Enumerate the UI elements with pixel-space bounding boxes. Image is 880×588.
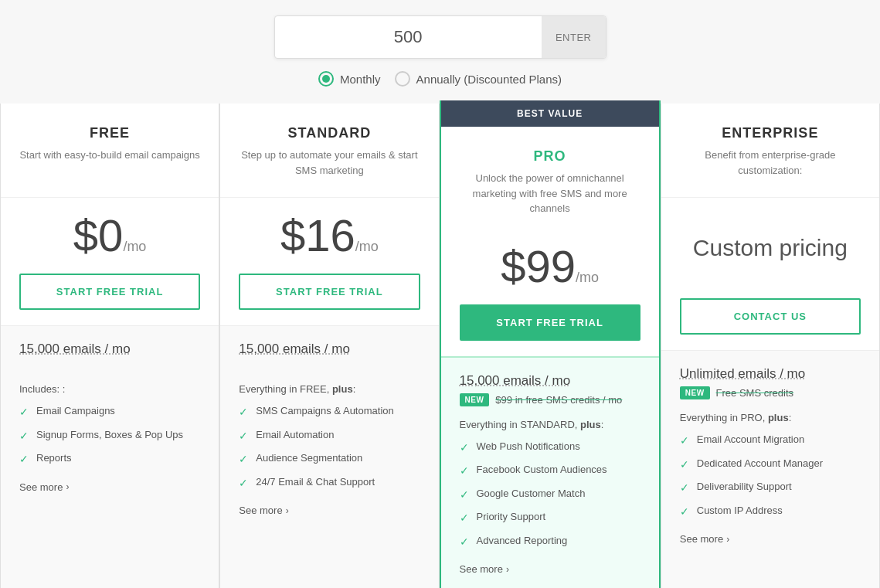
email-quota-standard: 15,000 emails / mo xyxy=(239,342,420,357)
plan-header-enterprise: ENTERPRISEBenefit from enterprise-grade … xyxy=(661,104,879,198)
features-area-enterprise: Unlimited emails / mo NEW Free SMS credi… xyxy=(661,350,879,588)
annually-option[interactable]: Annually (Discounted Plans) xyxy=(395,71,562,87)
price-area-pro: $99/mo xyxy=(441,229,659,297)
features-area-free: 15,000 emails / moIncludes: : ✓ Email Ca… xyxy=(1,325,219,588)
feature-item: ✓ Dedicated Account Manager xyxy=(680,457,861,473)
includes-label-standard: Everything in FREE, plus: xyxy=(239,383,420,395)
check-icon: ✓ xyxy=(19,452,29,467)
chevron-right-icon: › xyxy=(66,481,69,492)
feature-item: ✓ Priority Support xyxy=(460,510,640,526)
feature-item: ✓ Advanced Reporting xyxy=(460,534,640,550)
plan-desc-pro: Unlock the power of omnichannel marketin… xyxy=(457,171,644,216)
plan-header-pro: PROUnlock the power of omnichannel marke… xyxy=(441,127,659,229)
price-free: $0/mo xyxy=(16,213,203,258)
sms-credit-enterprise: Free SMS credits xyxy=(716,387,793,399)
check-icon: ✓ xyxy=(19,405,29,420)
monthly-label: Monthly xyxy=(340,73,381,86)
check-icon: ✓ xyxy=(239,429,248,444)
plan-card-free: FREEStart with easy-to-build email campa… xyxy=(0,104,219,588)
enter-button[interactable]: ENTER xyxy=(542,16,606,58)
plan-name-pro: PRO xyxy=(457,148,644,165)
email-quota-pro: 15,000 emails / mo xyxy=(460,373,640,389)
see-more-standard[interactable]: See more › xyxy=(239,505,288,516)
cta-button-enterprise[interactable]: CONTACT US xyxy=(680,298,861,335)
check-icon: ✓ xyxy=(460,535,469,550)
feature-item: ✓ Deliverability Support xyxy=(680,480,861,496)
check-icon: ✓ xyxy=(680,433,689,449)
email-quota-free: 15,000 emails / mo xyxy=(19,342,200,357)
check-icon: ✓ xyxy=(460,464,469,479)
feature-text: SMS Campaigns & Automation xyxy=(256,404,393,418)
email-quota-enterprise: Unlimited emails / mo xyxy=(680,366,861,382)
annually-label: Annually (Discounted Plans) xyxy=(416,73,562,86)
plan-name-enterprise: ENTERPRISE xyxy=(677,125,864,141)
feature-item: ✓ Email Account Migration xyxy=(680,433,861,449)
price-pro: $99/mo xyxy=(457,244,644,289)
see-more-pro[interactable]: See more › xyxy=(460,563,509,575)
feature-item: ✓ Audience Segmentation xyxy=(239,451,420,467)
price-area-free: $0/mo xyxy=(1,198,219,266)
monthly-radio[interactable] xyxy=(318,71,334,87)
plans-container: FREEStart with easy-to-build email campa… xyxy=(0,104,880,588)
plan-desc-enterprise: Benefit from enterprise-grade customizat… xyxy=(677,148,864,185)
price-main-free: $0 xyxy=(73,210,124,260)
price-area-enterprise: Custom pricing xyxy=(661,198,879,291)
new-badge-pro: NEW xyxy=(460,393,490,406)
cta-button-standard[interactable]: START FREE TRIAL xyxy=(239,274,420,310)
feature-text: Email Campaigns xyxy=(36,404,115,418)
check-icon: ✓ xyxy=(680,481,689,496)
price-suffix-pro: /mo xyxy=(576,270,599,285)
plan-desc-free: Start with easy-to-build email campaigns xyxy=(16,148,203,185)
feature-text: Google Customer Match xyxy=(477,487,586,501)
includes-label-enterprise: Everything in PRO, plus: xyxy=(680,412,861,423)
plan-header-free: FREEStart with easy-to-build email campa… xyxy=(1,104,219,198)
features-area-standard: 15,000 emails / moEverything in FREE, pl… xyxy=(220,325,438,588)
feature-item: ✓ Reports xyxy=(19,451,200,467)
plan-header-standard: STANDARDStep up to automate your emails … xyxy=(220,104,438,198)
feature-text: Custom IP Address xyxy=(697,504,783,518)
new-badge-row-enterprise: NEW Free SMS credits xyxy=(680,386,861,399)
feature-item: ✓ Google Customer Match xyxy=(460,487,640,503)
feature-text: 24/7 Email & Chat Support xyxy=(256,475,375,489)
feature-list-standard: ✓ SMS Campaigns & Automation ✓ Email Aut… xyxy=(239,404,420,491)
see-more-free[interactable]: See more › xyxy=(19,481,69,493)
price-suffix-free: /mo xyxy=(123,239,146,254)
check-icon: ✓ xyxy=(239,405,248,420)
subscriber-count-input[interactable] xyxy=(275,27,542,47)
check-icon: ✓ xyxy=(19,429,29,444)
check-icon: ✓ xyxy=(239,452,248,467)
cta-area-enterprise: CONTACT US xyxy=(661,291,879,350)
plan-card-pro: BEST VALUEPROUnlock the power of omnicha… xyxy=(440,100,661,588)
annually-radio[interactable] xyxy=(395,71,410,87)
monthly-option[interactable]: Monthly xyxy=(318,71,381,87)
feature-item: ✓ SMS Campaigns & Automation xyxy=(239,404,420,420)
check-icon: ✓ xyxy=(460,488,469,503)
plan-name-standard: STANDARD xyxy=(236,125,423,141)
feature-text: Signup Forms, Boxes & Pop Ups xyxy=(36,428,183,442)
feature-list-free: ✓ Email Campaigns ✓ Signup Forms, Boxes … xyxy=(19,404,200,467)
billing-toggle: Monthly Annually (Discounted Plans) xyxy=(318,71,562,87)
see-more-enterprise[interactable]: See more › xyxy=(680,533,729,545)
top-section: ENTER Monthly Annually (Discounted Plans… xyxy=(0,0,880,100)
price-standard: $16/mo xyxy=(236,213,423,258)
cta-button-pro[interactable]: START FREE TRIAL xyxy=(460,304,640,341)
feature-item: ✓ Web Push Notifications xyxy=(460,440,640,456)
cta-button-free[interactable]: START FREE TRIAL xyxy=(19,274,200,310)
feature-text: Facebook Custom Audiences xyxy=(477,463,607,477)
feature-list-enterprise: ✓ Email Account Migration ✓ Dedicated Ac… xyxy=(680,433,861,519)
feature-text: Web Push Notifications xyxy=(477,440,580,454)
plan-card-standard: STANDARDStep up to automate your emails … xyxy=(219,104,439,588)
cta-area-pro: START FREE TRIAL xyxy=(441,297,659,356)
cta-area-free: START FREE TRIAL xyxy=(1,266,219,325)
plan-name-free: FREE xyxy=(16,125,203,141)
best-value-bar: BEST VALUE xyxy=(441,100,659,127)
check-icon: ✓ xyxy=(680,457,689,473)
check-icon: ✓ xyxy=(460,440,469,456)
includes-label-pro: Everything in STANDARD, plus: xyxy=(460,419,640,430)
chevron-right-icon: › xyxy=(506,564,509,575)
features-area-pro: 15,000 emails / mo NEW $99 in free SMS c… xyxy=(441,356,659,589)
feature-text: Dedicated Account Manager xyxy=(697,457,823,471)
new-badge-row-pro: NEW $99 in free SMS credits / mo xyxy=(460,393,640,406)
price-suffix-standard: /mo xyxy=(355,239,379,254)
check-icon: ✓ xyxy=(460,511,469,526)
